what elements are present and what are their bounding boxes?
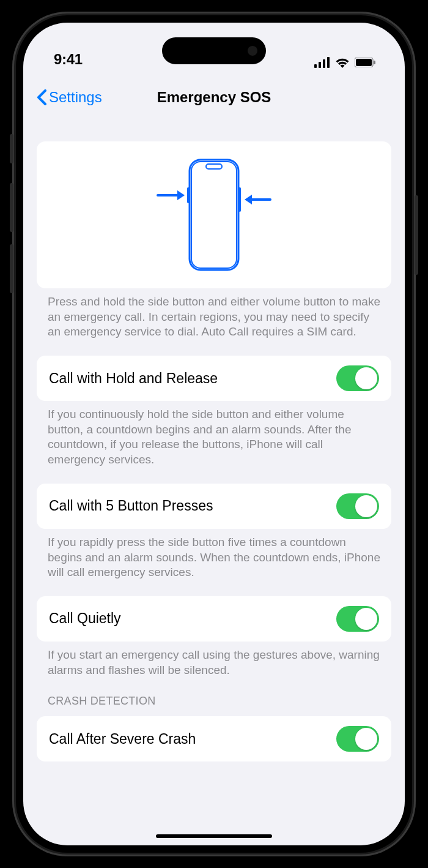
chevron-left-icon — [37, 89, 46, 105]
device-frame: 9:41 — [12, 12, 416, 856]
setting-row-hold-release[interactable]: Call with Hold and Release — [37, 356, 391, 401]
back-label: Settings — [49, 89, 102, 106]
toggle-crash-call[interactable] — [336, 726, 379, 752]
svg-rect-5 — [356, 59, 372, 66]
toggle-hold-release[interactable] — [336, 365, 379, 391]
setting-row-5-presses[interactable]: Call with 5 Button Presses — [37, 484, 391, 529]
screen: 9:41 — [23, 23, 405, 845]
toggle-call-quietly[interactable] — [336, 606, 379, 632]
toggle-5-presses[interactable] — [336, 493, 379, 519]
svg-rect-0 — [314, 64, 317, 68]
page-title: Emergency SOS — [157, 89, 271, 106]
svg-rect-3 — [327, 57, 330, 68]
svg-rect-7 — [190, 160, 238, 270]
setting-label: Call with Hold and Release — [49, 370, 218, 387]
back-button[interactable]: Settings — [37, 89, 102, 106]
status-time: 9:41 — [54, 51, 83, 68]
hero-description: Press and hold the side button and eithe… — [37, 288, 391, 340]
setting-row-call-quietly[interactable]: Call Quietly — [37, 596, 391, 642]
svg-rect-6 — [374, 61, 375, 64]
svg-rect-9 — [206, 164, 222, 169]
wifi-icon — [335, 57, 350, 68]
setting-label: Call with 5 Button Presses — [49, 498, 213, 514]
dynamic-island — [162, 37, 266, 64]
svg-rect-10 — [187, 187, 190, 203]
svg-marker-13 — [177, 190, 185, 200]
setting-row-crash-call[interactable]: Call After Severe Crash — [37, 716, 391, 761]
svg-marker-15 — [245, 195, 252, 204]
section-header-crash-detection: CRASH DETECTION — [37, 678, 391, 713]
svg-rect-8 — [191, 162, 237, 268]
setting-footer: If you start an emergency call using the… — [37, 642, 391, 678]
navigation-bar: Settings Emergency SOS — [23, 78, 405, 117]
battery-icon — [355, 58, 375, 67]
svg-rect-2 — [323, 59, 325, 68]
svg-rect-1 — [319, 62, 321, 68]
hero-illustration-card — [37, 141, 391, 288]
home-indicator[interactable] — [156, 834, 272, 838]
svg-rect-11 — [238, 187, 241, 212]
phone-buttons-illustration-icon — [135, 154, 293, 276]
setting-label: Call Quietly — [49, 610, 121, 627]
setting-footer: If you continuously hold the side button… — [37, 401, 391, 468]
content-scroll[interactable]: Press and hold the side button and eithe… — [23, 117, 405, 836]
cellular-bars-icon — [314, 57, 330, 68]
setting-footer: If you rapidly press the side button fiv… — [37, 529, 391, 580]
setting-label: Call After Severe Crash — [49, 731, 196, 747]
